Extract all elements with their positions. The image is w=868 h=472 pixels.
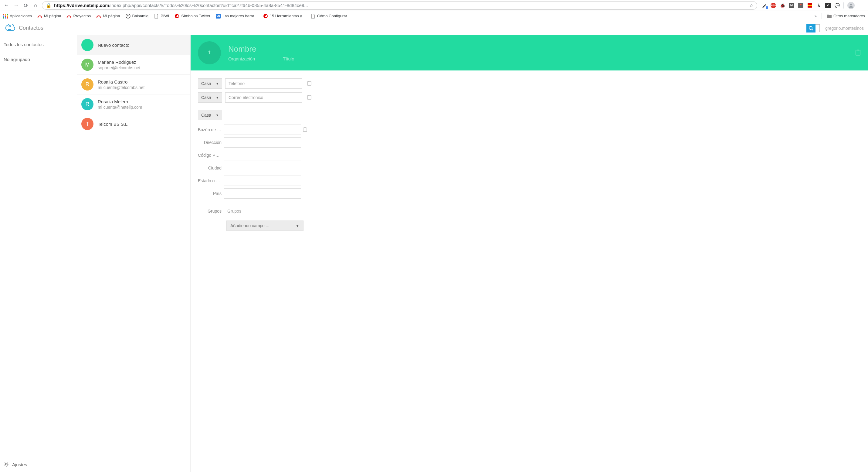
bookmark-label: Balsamiq	[132, 14, 148, 18]
profile-avatar[interactable]	[847, 2, 855, 9]
forward-button[interactable]: →	[13, 2, 20, 9]
vodafone-icon	[263, 14, 268, 19]
delete-address-button[interactable]	[303, 127, 307, 133]
group-item[interactable]: No agrupado	[0, 54, 77, 64]
bookmark-item[interactable]: Mi página	[96, 14, 120, 19]
bookmark-item[interactable]: Símbolos Twitter	[175, 14, 210, 19]
contact-name: Rosalia Castro	[98, 79, 145, 84]
contact-sub: mi cuenta@netelip.com	[98, 105, 142, 110]
app-logo[interactable]	[4, 24, 15, 33]
svg-point-2	[127, 15, 127, 16]
settings-label: Ajustes	[12, 462, 27, 467]
postal-input[interactable]	[224, 150, 301, 160]
city-input[interactable]	[224, 163, 301, 173]
state-label: Estado o pr...	[198, 178, 224, 183]
bookmarks-bar: AplicacionesMi páginaProyectosMi páginaB…	[0, 11, 868, 21]
ext-m-icon[interactable]: M	[789, 3, 794, 8]
add-field-select[interactable]: Añadiendo campo ... ▼	[226, 220, 304, 231]
contact-sub: soporte@telcombs.net	[98, 65, 140, 70]
ext-lambda-icon[interactable]: λ	[816, 3, 822, 8]
ext-chat-icon[interactable]: 💬	[834, 3, 840, 8]
search-control[interactable]	[806, 24, 820, 32]
bookmark-item[interactable]: Balsamiq	[126, 14, 148, 19]
bookmark-item[interactable]: 15 Herramientas y...	[263, 14, 305, 19]
phone-type-select[interactable]: Casa ▼	[198, 78, 222, 89]
bookmark-item[interactable]: Cómo Configurar ...	[310, 14, 351, 19]
reload-button[interactable]: ⟳	[23, 2, 29, 9]
organization-input[interactable]	[228, 56, 265, 61]
country-input[interactable]	[224, 188, 301, 199]
bookmark-item[interactable]: VNLas mejores herra...	[216, 14, 258, 19]
postal-label: Código Postal	[198, 153, 224, 158]
ext-check-icon[interactable]: ✔	[825, 3, 831, 8]
gear-icon	[4, 461, 9, 468]
state-input[interactable]	[224, 176, 301, 186]
bookmarks-overflow[interactable]: »	[814, 14, 817, 18]
contact-row[interactable]: TTelcom BS S.L	[77, 114, 190, 134]
bookmark-item[interactable]: Mi página	[37, 14, 61, 19]
contacts-list: Nuevo contactoMMariana Rodriguezsoporte@…	[77, 35, 191, 472]
toolbar-divider	[843, 2, 844, 8]
pobox-label: Buzón de c...	[198, 127, 224, 132]
app-header: Contactos gregorio.montesinos	[0, 21, 868, 35]
delete-phone-button[interactable]	[307, 81, 311, 87]
browser-menu-button[interactable]: ⋮	[858, 2, 864, 9]
bookmark-label: Mi página	[103, 14, 120, 18]
extension-icons: ABP 🐞 M 📍 λ ✔ 💬 ⋮	[760, 2, 865, 9]
contact-avatar: R	[81, 98, 93, 110]
group-item[interactable]: Todos los contactos	[0, 39, 77, 50]
contact-row[interactable]: MMariana Rodriguezsoporte@telcombs.net	[77, 55, 190, 75]
delete-contact-button[interactable]	[855, 50, 861, 57]
pobox-input[interactable]	[224, 124, 301, 135]
home-button[interactable]: ⌂	[32, 2, 39, 9]
bookmark-label: Proyectos	[73, 14, 91, 18]
add-field-label: Añadiendo campo ...	[230, 223, 269, 228]
username-label[interactable]: gregorio.montesinos	[825, 26, 864, 31]
email-input[interactable]	[225, 92, 302, 103]
star-icon[interactable]: ☆	[749, 3, 753, 8]
address-block: Casa ▼ Buzón de c... Dirección Códig	[198, 110, 861, 199]
contact-detail: Casa ▼ Casa ▼	[191, 35, 868, 472]
address-type-select[interactable]: Casa ▼	[198, 110, 222, 120]
bookmark-label: Aplicaciones	[10, 14, 32, 18]
city-label: Ciudad	[198, 166, 224, 170]
ext-abp-icon[interactable]: ABP	[771, 3, 776, 8]
upload-avatar-button[interactable]	[198, 41, 221, 64]
arc-icon	[37, 14, 42, 19]
detail-body: Casa ▼ Casa ▼	[191, 70, 868, 239]
email-type-select[interactable]: Casa ▼	[198, 92, 222, 103]
contact-name: Telcom BS S.L	[98, 121, 127, 127]
ext-flag-icon[interactable]	[807, 3, 812, 8]
new-contact-row[interactable]: Nuevo contacto	[77, 35, 190, 55]
phone-input[interactable]	[225, 78, 302, 89]
name-input[interactable]	[228, 45, 319, 54]
smiley-icon	[126, 14, 130, 19]
bookmark-item[interactable]: Proyectos	[66, 14, 91, 19]
groups-input[interactable]	[224, 206, 301, 216]
svg-point-10	[5, 463, 7, 465]
back-button[interactable]: ←	[3, 2, 10, 9]
settings-button[interactable]: Ajustes	[0, 457, 77, 472]
address-input[interactable]	[224, 137, 301, 148]
phone-type-label: Casa	[201, 81, 211, 86]
contact-row[interactable]: RRosalia Meleromi cuenta@netelip.com	[77, 94, 190, 114]
bookmark-item[interactable]: PIWI	[154, 14, 169, 19]
ext-pen-icon[interactable]	[762, 3, 767, 8]
delete-email-button[interactable]	[307, 95, 311, 100]
ext-bug-icon[interactable]: 🐞	[780, 3, 785, 8]
bookmark-item[interactable]: Aplicaciones	[3, 14, 32, 19]
groups-label: Grupos	[198, 209, 224, 213]
email-row: Casa ▼	[198, 92, 861, 103]
title-input[interactable]	[283, 56, 313, 61]
other-bookmarks[interactable]: Otros marcadores	[827, 14, 865, 19]
chevron-down-icon: ▼	[216, 114, 219, 117]
contact-name: Nuevo contacto	[98, 42, 129, 48]
search-icon[interactable]	[806, 24, 815, 32]
url-bar[interactable]: 🔒 https://vdrive.netelip.com/index.php/a…	[42, 1, 757, 10]
country-label: País	[198, 191, 224, 196]
contact-row[interactable]: RRosalia Castromi cuenta@telcombs.net	[77, 75, 190, 94]
ext-pin-icon[interactable]: 📍	[798, 3, 803, 8]
bookmark-label: Mi página	[44, 14, 61, 18]
address-type-label: Casa	[201, 113, 211, 118]
chevron-down-icon: ▼	[216, 82, 219, 85]
